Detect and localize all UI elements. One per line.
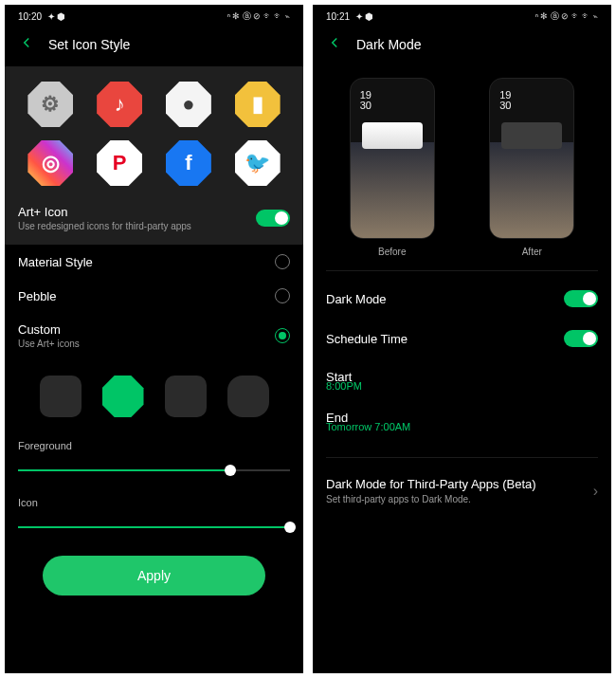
- foreground-slider[interactable]: [18, 461, 290, 480]
- shape-row: [5, 358, 303, 427]
- schedule-row[interactable]: Schedule Time: [313, 319, 611, 358]
- phone-right: 10:21 ✦ ⬢ ⁿ ✻ ⓐ ⊘ ᯤ ᯤ ⌁ Dark Mode 1930 B…: [313, 5, 611, 673]
- pinterest-icon: P: [97, 140, 142, 186]
- artplus-toggle[interactable]: [256, 210, 290, 227]
- twitter-icon: 🐦: [235, 140, 281, 186]
- radio-material[interactable]: [275, 254, 290, 269]
- preview-before: 1930 Before: [350, 78, 435, 257]
- dark-mode-label: Dark Mode: [326, 292, 387, 306]
- status-time: 10:20: [18, 11, 42, 22]
- back-icon[interactable]: [326, 34, 343, 55]
- apply-button[interactable]: Apply: [43, 556, 265, 596]
- third-party-desc: Set third-party apps to Dark Mode.: [326, 494, 536, 504]
- status-left-icons: ✦ ⬢: [47, 11, 66, 22]
- schedule-label: Schedule Time: [326, 332, 408, 346]
- page-title: Dark Mode: [356, 37, 421, 52]
- status-bar: 10:21 ✦ ⬢ ⁿ ✻ ⓐ ⊘ ᯤ ᯤ ⌁: [313, 5, 611, 25]
- artplus-title: Art+ Icon: [18, 205, 191, 219]
- status-left-icons: ✦ ⬢: [355, 11, 374, 22]
- notes-icon: ▮: [235, 82, 281, 127]
- shape-square[interactable]: [40, 376, 82, 417]
- foreground-label: Foreground: [5, 427, 303, 455]
- artplus-desc: Use redesigned icons for third-party app…: [18, 221, 191, 231]
- style-option-custom[interactable]: CustomUse Art+ icons: [5, 313, 303, 358]
- page-title: Set Icon Style: [48, 37, 130, 52]
- instagram-icon: ◎: [27, 140, 73, 186]
- preview-row: 1930 Before 1930 After: [313, 66, 611, 263]
- chevron-right-icon: ›: [593, 483, 598, 500]
- preview-label-before: Before: [350, 247, 435, 257]
- style-option-pebble[interactable]: Pebble: [5, 279, 303, 313]
- icon-slider[interactable]: [18, 518, 290, 537]
- preview-phone-after: 1930: [489, 78, 574, 239]
- preview-phone-before: 1930: [350, 78, 435, 239]
- back-icon[interactable]: [18, 34, 35, 55]
- schedule-toggle[interactable]: [564, 330, 598, 347]
- third-party-label: Dark Mode for Third-Party Apps (Beta): [326, 477, 536, 491]
- header: Dark Mode: [313, 25, 611, 66]
- facebook-icon: f: [166, 140, 211, 186]
- shape-rounded[interactable]: [165, 376, 207, 417]
- icon-row-2: ◎Pf🐦: [16, 140, 292, 186]
- shape-squircle[interactable]: [227, 376, 269, 417]
- divider: [326, 457, 598, 458]
- icon-size-label: Icon: [5, 484, 303, 512]
- third-party-row[interactable]: Dark Mode for Third-Party Apps (Beta) Se…: [313, 466, 611, 516]
- icon-preview-grid: ⚙♪●▮ ◎Pf🐦 Art+ Icon Use redesigned icons…: [5, 66, 303, 245]
- status-right-icons: ⁿ ✻ ⓐ ⊘ ᯤ ᯤ ⌁: [227, 10, 290, 23]
- end-value: Tomorrow 7:00AM: [313, 421, 611, 440]
- preview-label-after: After: [489, 247, 574, 257]
- shape-octagon[interactable]: [102, 376, 144, 417]
- artplus-row[interactable]: Art+ Icon Use redesigned icons for third…: [16, 199, 292, 231]
- music-icon: ♪: [97, 82, 142, 127]
- status-right-icons: ⁿ ✻ ⓐ ⊘ ᯤ ᯤ ⌁: [535, 10, 598, 23]
- divider: [326, 270, 598, 271]
- preview-after: 1930 After: [489, 78, 574, 257]
- status-bar: 10:20 ✦ ⬢ ⁿ ✻ ⓐ ⊘ ᯤ ᯤ ⌁: [5, 5, 303, 25]
- dark-mode-toggle[interactable]: [564, 290, 598, 307]
- header: Set Icon Style: [5, 25, 303, 66]
- camera-icon: ●: [166, 82, 211, 127]
- status-time: 10:21: [326, 11, 350, 22]
- radio-pebble[interactable]: [275, 288, 290, 303]
- phone-left: 10:20 ✦ ⬢ ⁿ ✻ ⓐ ⊘ ᯤ ᯤ ⌁ Set Icon Style ⚙…: [5, 5, 303, 673]
- start-value: 8:00PM: [313, 380, 611, 399]
- settings-icon: ⚙: [27, 82, 73, 127]
- radio-custom[interactable]: [275, 328, 290, 343]
- icon-row-1: ⚙♪●▮: [16, 82, 292, 127]
- dark-mode-row[interactable]: Dark Mode: [313, 279, 611, 319]
- style-option-material[interactable]: Material Style: [5, 245, 303, 279]
